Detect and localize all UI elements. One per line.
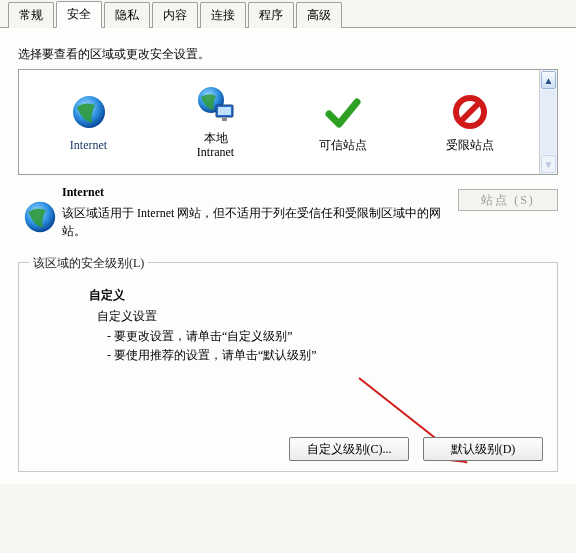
annotation-arrow-icon bbox=[349, 373, 489, 483]
zone-desc-title: Internet bbox=[62, 185, 450, 200]
custom-title: 自定义 bbox=[89, 287, 543, 304]
zone-intranet[interactable]: 本地 Intranet bbox=[162, 85, 270, 160]
tabs-bar: 常规 安全 隐私 内容 连接 程序 高级 bbox=[0, 0, 576, 28]
tab-advanced[interactable]: 高级 bbox=[296, 2, 342, 28]
prohibited-icon bbox=[450, 92, 490, 132]
globe-icon bbox=[18, 185, 62, 240]
globe-monitor-icon bbox=[196, 85, 236, 125]
scroll-track[interactable] bbox=[541, 90, 556, 154]
tab-connections[interactable]: 连接 bbox=[200, 2, 246, 28]
zone-label: 本地 Intranet bbox=[197, 131, 234, 160]
tab-programs[interactable]: 程序 bbox=[248, 2, 294, 28]
tab-content[interactable]: 内容 bbox=[152, 2, 198, 28]
svg-line-6 bbox=[461, 103, 479, 121]
security-panel: 选择要查看的区域或更改安全设置。 Internet bbox=[0, 28, 576, 484]
zone-label: 受限站点 bbox=[446, 138, 494, 152]
zone-restricted[interactable]: 受限站点 bbox=[416, 92, 524, 152]
globe-icon bbox=[69, 92, 109, 132]
zone-desc-body: 该区域适用于 Internet 网站，但不适用于列在受信任和受限制区域中的网站。 bbox=[62, 204, 450, 240]
default-level-button[interactable]: 默认级别(D) bbox=[423, 437, 543, 461]
security-level-group: 该区域的安全级别(L) 自定义 自定义设置 - 要更改设置，请单击“自定义级别”… bbox=[18, 262, 558, 472]
sites-button: 站点 (S) bbox=[458, 189, 558, 211]
svg-rect-4 bbox=[222, 118, 227, 121]
tab-general[interactable]: 常规 bbox=[8, 2, 54, 28]
scroll-down-icon[interactable]: ▼ bbox=[541, 155, 556, 173]
tab-security[interactable]: 安全 bbox=[56, 1, 102, 28]
zones-scrollbar: ▲ ▼ bbox=[539, 70, 557, 174]
tab-privacy[interactable]: 隐私 bbox=[104, 2, 150, 28]
custom-level-button[interactable]: 自定义级别(C)... bbox=[289, 437, 409, 461]
svg-rect-3 bbox=[218, 107, 231, 115]
checkmark-icon bbox=[323, 92, 363, 132]
zone-label: 可信站点 bbox=[319, 138, 367, 152]
zone-trusted[interactable]: 可信站点 bbox=[289, 92, 397, 152]
custom-subtitle: 自定义设置 bbox=[97, 308, 543, 325]
zones-list: Internet 本地 Intranet bbox=[18, 69, 558, 175]
custom-line-2: - 要使用推荐的设置，请单击“默认级别” bbox=[107, 346, 543, 365]
custom-line-1: - 要更改设置，请单击“自定义级别” bbox=[107, 327, 543, 346]
scroll-up-icon[interactable]: ▲ bbox=[541, 71, 556, 89]
zone-prompt: 选择要查看的区域或更改安全设置。 bbox=[18, 46, 558, 63]
zone-label: Internet bbox=[70, 138, 107, 152]
zone-internet[interactable]: Internet bbox=[35, 92, 143, 152]
group-legend: 该区域的安全级别(L) bbox=[29, 255, 148, 272]
